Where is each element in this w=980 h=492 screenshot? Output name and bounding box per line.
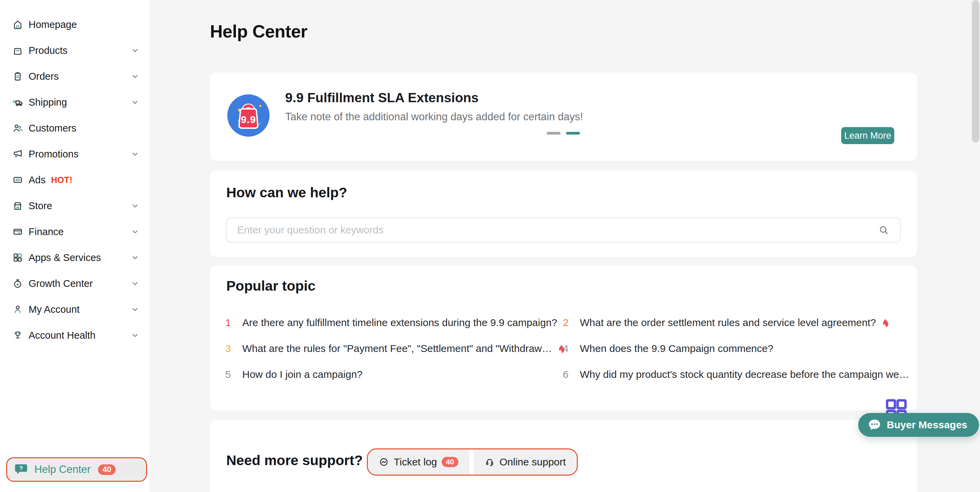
campaign-99-label: 9.9 — [227, 114, 269, 125]
chat-bubble-icon — [867, 417, 882, 432]
customers-people-icon — [12, 123, 23, 134]
chevron-down-icon — [130, 227, 140, 236]
topic-text: How do I join a campaign? — [242, 369, 363, 380]
products-bag-icon — [12, 45, 23, 56]
sidebar-item-promotions[interactable]: Promotions — [0, 141, 150, 167]
topic-text: When does the 9.9 Campaign commence? — [580, 343, 773, 355]
carousel-dot-1[interactable] — [547, 132, 560, 134]
campaign-banner-card: 9.9 9.9 Fulfillment SLA Extensions Take … — [210, 73, 917, 161]
topic-text: Are there any fulfillment timeline exten… — [242, 317, 557, 329]
search-card: How can we help? — [210, 170, 917, 257]
promotions-megaphone-icon — [12, 149, 23, 160]
sidebar-item-label: Store — [29, 200, 52, 212]
sidebar-nav: Homepage Products Orders Shipping Custom… — [0, 0, 150, 348]
topic-rank: 5 — [225, 369, 233, 380]
sidebar-item-label: Customers — [29, 123, 76, 134]
sidebar-item-growth-center[interactable]: Growth Center — [0, 270, 150, 296]
sidebar-item-store[interactable]: Store — [0, 193, 150, 219]
sidebar-item-homepage[interactable]: Homepage — [0, 11, 150, 37]
apps-grid-icon — [12, 252, 23, 263]
headset-icon — [485, 457, 495, 467]
sidebar-item-products[interactable]: Products — [0, 37, 150, 63]
search-box — [226, 217, 901, 243]
ticket-log-label: Ticket log — [394, 456, 437, 468]
banner-subtitle: Take note of the additional working days… — [285, 111, 583, 123]
sidebar-item-label: Orders — [29, 71, 59, 82]
sidebar-item-label: Finance — [29, 226, 64, 238]
carousel-dot-2[interactable] — [566, 132, 580, 134]
sidebar-item-apps-services[interactable]: Apps & Services — [0, 244, 150, 270]
chevron-down-icon — [130, 201, 140, 210]
online-support-button[interactable]: Online support — [474, 449, 577, 474]
topic-item-5[interactable]: 5 How do I join a campaign? — [225, 369, 563, 380]
topic-item-2[interactable]: 2 What are the order settlement rules an… — [563, 317, 909, 328]
topic-item-4[interactable]: 4 When does the 9.9 Campaign commence? — [563, 343, 909, 354]
orders-clipboard-icon — [12, 71, 23, 82]
flame-icon — [880, 318, 890, 328]
help-center-button[interactable]: ? Help Center 40 — [6, 457, 147, 482]
sidebar-item-label: Account Health — [29, 330, 95, 341]
sidebar-item-finance[interactable]: Finance — [0, 219, 150, 244]
ads-icon: AD — [12, 174, 23, 185]
support-card: Need more support? Ticket log 40 Online … — [210, 420, 917, 492]
chevron-down-icon — [130, 72, 140, 81]
ticket-count-badge: 40 — [442, 457, 458, 467]
topic-text: What are the order settlement rules and … — [580, 317, 876, 329]
help-chat-icon: ? — [14, 463, 27, 476]
topic-rank: 3 — [225, 343, 233, 355]
sidebar-item-ads[interactable]: AD Ads HOT! — [0, 167, 150, 193]
carousel-indicators — [547, 132, 580, 134]
search-icon[interactable] — [878, 225, 889, 235]
topic-item-3[interactable]: 3 What are the rules for "Payment Fee", … — [225, 343, 563, 354]
ticket-icon — [379, 457, 389, 467]
sidebar-item-label: Apps & Services — [29, 252, 101, 264]
support-buttons: Ticket log 40 Online support — [367, 448, 578, 476]
sidebar-item-shipping[interactable]: Shipping — [0, 89, 150, 115]
sidebar-item-account-health[interactable]: Account Health — [0, 322, 150, 348]
ticket-log-button[interactable]: Ticket log 40 — [368, 449, 469, 474]
sidebar-item-label: Ads — [29, 174, 46, 186]
main-content: Help Center 9.9 9.9 Fulfillment SLA Exte… — [150, 0, 980, 492]
sidebar: Homepage Products Orders Shipping Custom… — [0, 0, 150, 492]
help-center-badge: 40 — [98, 465, 116, 475]
topic-rank: 1 — [225, 317, 233, 329]
sidebar-item-customers[interactable]: Customers — [0, 115, 150, 141]
online-support-label: Online support — [500, 456, 566, 468]
topic-item-1[interactable]: 1 Are there any fulfillment timeline ext… — [225, 317, 563, 328]
topics-grid: 1 Are there any fulfillment timeline ext… — [225, 317, 901, 380]
chevron-down-icon — [130, 150, 140, 158]
chevron-down-icon — [130, 305, 140, 314]
chevron-down-icon — [130, 331, 140, 340]
search-input[interactable] — [227, 224, 878, 236]
hot-badge: HOT! — [51, 175, 73, 185]
popular-topics-heading: Popular topic — [226, 278, 315, 294]
svg-text:?: ? — [19, 465, 23, 471]
sidebar-item-my-account[interactable]: My Account — [0, 296, 150, 322]
campaign-99-icon: 9.9 — [227, 94, 269, 137]
chevron-down-icon — [130, 46, 140, 55]
trophy-icon — [12, 330, 23, 341]
store-icon — [12, 200, 23, 211]
buyer-messages-button[interactable]: Buyer Messages — [858, 413, 979, 437]
search-heading: How can we help? — [226, 185, 347, 201]
sidebar-item-label: Promotions — [29, 149, 79, 160]
sidebar-item-label: My Account — [29, 304, 80, 315]
sidebar-item-label: Shipping — [29, 97, 67, 108]
topic-rank: 4 — [563, 343, 571, 355]
popular-topics-card: Popular topic 1 Are there any fulfillmen… — [210, 266, 917, 411]
scrollbar-thumb[interactable] — [972, 0, 979, 142]
shipping-truck-icon — [12, 97, 23, 108]
learn-more-button[interactable]: Learn More — [841, 127, 894, 144]
chevron-down-icon — [130, 98, 140, 107]
sidebar-item-label: Growth Center — [29, 278, 93, 289]
topic-text: What are the rules for "Payment Fee", "S… — [242, 343, 552, 355]
support-heading: Need more support? — [226, 452, 363, 468]
topic-item-6[interactable]: 6 Why did my product's stock quantity de… — [563, 369, 909, 380]
sidebar-item-label: Products — [29, 45, 67, 56]
finance-card-icon — [12, 226, 23, 237]
help-center-label: Help Center — [34, 463, 91, 476]
topic-rank: 6 — [563, 369, 571, 380]
home-icon — [12, 19, 23, 30]
page-title: Help Center — [210, 21, 307, 42]
sidebar-item-orders[interactable]: Orders — [0, 63, 150, 89]
